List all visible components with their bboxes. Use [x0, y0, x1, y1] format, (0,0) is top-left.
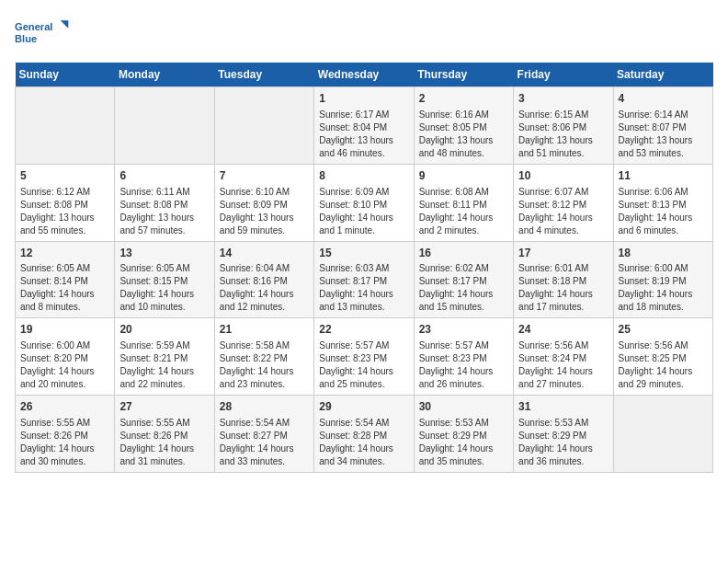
- header-cell-wednesday: Wednesday: [314, 63, 414, 87]
- svg-marker-2: [61, 20, 69, 29]
- header-cell-friday: Friday: [514, 63, 613, 87]
- day-info: Sunrise: 5:53 AM Sunset: 8:29 PM Dayligh…: [419, 417, 508, 468]
- day-info: Sunrise: 5:55 AM Sunset: 8:26 PM Dayligh…: [119, 417, 209, 468]
- day-number: 12: [20, 246, 109, 261]
- day-number: 2: [419, 91, 508, 107]
- day-info: Sunrise: 6:10 AM Sunset: 8:09 PM Dayligh…: [220, 186, 309, 237]
- day-info: Sunrise: 6:00 AM Sunset: 8:19 PM Dayligh…: [619, 262, 708, 314]
- day-info: Sunrise: 6:05 AM Sunset: 8:14 PM Dayligh…: [20, 262, 109, 314]
- day-info: Sunrise: 6:06 AM Sunset: 8:13 PM Dayligh…: [619, 186, 708, 237]
- day-info: Sunrise: 5:57 AM Sunset: 8:23 PM Dayligh…: [319, 339, 408, 391]
- day-info: Sunrise: 6:08 AM Sunset: 8:11 PM Dayligh…: [419, 186, 508, 237]
- header-cell-thursday: Thursday: [414, 63, 513, 87]
- calendar-cell: 1Sunrise: 6:17 AM Sunset: 8:04 PM Daylig…: [314, 87, 414, 165]
- calendar-cell: 19Sunrise: 6:00 AM Sunset: 8:20 PM Dayli…: [16, 318, 115, 396]
- calendar-cell: 2Sunrise: 6:16 AM Sunset: 8:05 PM Daylig…: [414, 87, 513, 165]
- calendar-cell: 23Sunrise: 5:57 AM Sunset: 8:23 PM Dayli…: [414, 318, 513, 396]
- calendar-cell: 9Sunrise: 6:08 AM Sunset: 8:11 PM Daylig…: [414, 164, 513, 241]
- calendar-cell: 30Sunrise: 5:53 AM Sunset: 8:29 PM Dayli…: [414, 396, 513, 473]
- calendar-week-4: 19Sunrise: 6:00 AM Sunset: 8:20 PM Dayli…: [16, 318, 713, 396]
- day-number: 7: [220, 168, 309, 184]
- day-number: 21: [220, 322, 309, 338]
- calendar-cell: 24Sunrise: 5:56 AM Sunset: 8:24 PM Dayli…: [514, 318, 613, 396]
- day-info: Sunrise: 6:15 AM Sunset: 8:06 PM Dayligh…: [518, 109, 608, 160]
- day-number: 19: [20, 322, 109, 338]
- logo: General Blue: [15, 15, 70, 52]
- day-info: Sunrise: 5:54 AM Sunset: 8:28 PM Dayligh…: [319, 417, 408, 468]
- day-info: Sunrise: 6:07 AM Sunset: 8:12 PM Dayligh…: [518, 186, 608, 237]
- calendar-week-2: 5Sunrise: 6:12 AM Sunset: 8:08 PM Daylig…: [16, 164, 713, 241]
- day-info: Sunrise: 6:02 AM Sunset: 8:17 PM Dayligh…: [419, 262, 508, 314]
- calendar-cell: 3Sunrise: 6:15 AM Sunset: 8:06 PM Daylig…: [514, 87, 613, 165]
- calendar-cell: 20Sunrise: 5:59 AM Sunset: 8:21 PM Dayli…: [115, 318, 214, 396]
- calendar-cell: 8Sunrise: 6:09 AM Sunset: 8:10 PM Daylig…: [314, 164, 414, 241]
- calendar-week-5: 26Sunrise: 5:55 AM Sunset: 8:26 PM Dayli…: [16, 396, 713, 473]
- day-info: Sunrise: 5:59 AM Sunset: 8:21 PM Dayligh…: [119, 339, 209, 391]
- day-number: 13: [119, 246, 209, 261]
- calendar-cell: [16, 87, 115, 165]
- calendar-cell: [613, 396, 712, 473]
- calendar-table: SundayMondayTuesdayWednesdayThursdayFrid…: [15, 63, 713, 473]
- day-info: Sunrise: 6:11 AM Sunset: 8:08 PM Dayligh…: [119, 186, 209, 237]
- day-number: 5: [20, 168, 109, 184]
- day-info: Sunrise: 6:01 AM Sunset: 8:18 PM Dayligh…: [518, 262, 608, 314]
- day-info: Sunrise: 6:14 AM Sunset: 8:07 PM Dayligh…: [619, 109, 708, 160]
- day-info: Sunrise: 5:55 AM Sunset: 8:26 PM Dayligh…: [20, 417, 109, 468]
- calendar-cell: 10Sunrise: 6:07 AM Sunset: 8:12 PM Dayli…: [514, 164, 613, 241]
- calendar-cell: 13Sunrise: 6:05 AM Sunset: 8:15 PM Dayli…: [115, 241, 214, 318]
- calendar-cell: [214, 87, 313, 165]
- logo-svg: General Blue: [15, 15, 70, 52]
- day-number: 20: [119, 322, 209, 338]
- header-cell-sunday: Sunday: [16, 63, 115, 87]
- calendar-cell: 12Sunrise: 6:05 AM Sunset: 8:14 PM Dayli…: [16, 241, 115, 318]
- day-info: Sunrise: 5:53 AM Sunset: 8:29 PM Dayligh…: [518, 417, 608, 468]
- calendar-body: 1Sunrise: 6:17 AM Sunset: 8:04 PM Daylig…: [16, 87, 713, 473]
- day-info: Sunrise: 6:12 AM Sunset: 8:08 PM Dayligh…: [20, 186, 109, 237]
- calendar-cell: 5Sunrise: 6:12 AM Sunset: 8:08 PM Daylig…: [16, 164, 115, 241]
- day-info: Sunrise: 6:17 AM Sunset: 8:04 PM Dayligh…: [319, 109, 408, 160]
- calendar-cell: 6Sunrise: 6:11 AM Sunset: 8:08 PM Daylig…: [115, 164, 214, 241]
- day-number: 30: [419, 399, 508, 415]
- day-number: 3: [518, 91, 608, 107]
- day-number: 4: [619, 91, 708, 107]
- day-number: 1: [319, 91, 408, 107]
- day-number: 17: [518, 246, 608, 261]
- day-number: 14: [220, 246, 309, 261]
- day-info: Sunrise: 6:16 AM Sunset: 8:05 PM Dayligh…: [419, 109, 508, 160]
- calendar-cell: 28Sunrise: 5:54 AM Sunset: 8:27 PM Dayli…: [214, 396, 313, 473]
- calendar-cell: 18Sunrise: 6:00 AM Sunset: 8:19 PM Dayli…: [613, 241, 712, 318]
- day-number: 8: [319, 168, 408, 184]
- calendar-cell: 11Sunrise: 6:06 AM Sunset: 8:13 PM Dayli…: [613, 164, 712, 241]
- calendar-cell: 26Sunrise: 5:55 AM Sunset: 8:26 PM Dayli…: [16, 396, 115, 473]
- header-cell-saturday: Saturday: [613, 63, 712, 87]
- calendar-cell: 31Sunrise: 5:53 AM Sunset: 8:29 PM Dayli…: [514, 396, 613, 473]
- day-info: Sunrise: 5:56 AM Sunset: 8:25 PM Dayligh…: [619, 339, 708, 391]
- svg-text:Blue: Blue: [15, 33, 37, 44]
- calendar-cell: 14Sunrise: 6:04 AM Sunset: 8:16 PM Dayli…: [214, 241, 313, 318]
- day-number: 9: [419, 168, 508, 184]
- day-number: 26: [20, 399, 109, 415]
- calendar-cell: [115, 87, 214, 165]
- svg-text:General: General: [15, 21, 52, 32]
- calendar-cell: 27Sunrise: 5:55 AM Sunset: 8:26 PM Dayli…: [115, 396, 214, 473]
- day-info: Sunrise: 6:04 AM Sunset: 8:16 PM Dayligh…: [220, 262, 309, 314]
- day-number: 25: [619, 322, 708, 338]
- calendar-cell: 22Sunrise: 5:57 AM Sunset: 8:23 PM Dayli…: [314, 318, 414, 396]
- day-number: 27: [119, 399, 209, 415]
- calendar-week-3: 12Sunrise: 6:05 AM Sunset: 8:14 PM Dayli…: [16, 241, 713, 318]
- day-number: 6: [119, 168, 209, 184]
- day-number: 29: [319, 399, 408, 415]
- calendar-cell: 29Sunrise: 5:54 AM Sunset: 8:28 PM Dayli…: [314, 396, 414, 473]
- day-info: Sunrise: 5:57 AM Sunset: 8:23 PM Dayligh…: [419, 339, 508, 391]
- day-number: 11: [619, 168, 708, 184]
- calendar-cell: 17Sunrise: 6:01 AM Sunset: 8:18 PM Dayli…: [514, 241, 613, 318]
- day-info: Sunrise: 6:09 AM Sunset: 8:10 PM Dayligh…: [319, 186, 408, 237]
- calendar-cell: 21Sunrise: 5:58 AM Sunset: 8:22 PM Dayli…: [214, 318, 313, 396]
- day-number: 16: [419, 246, 508, 261]
- day-info: Sunrise: 5:58 AM Sunset: 8:22 PM Dayligh…: [220, 339, 309, 391]
- header: General Blue: [15, 15, 713, 52]
- calendar-header-row: SundayMondayTuesdayWednesdayThursdayFrid…: [16, 63, 713, 87]
- day-number: 10: [518, 168, 608, 184]
- day-number: 24: [518, 322, 608, 338]
- calendar-week-1: 1Sunrise: 6:17 AM Sunset: 8:04 PM Daylig…: [16, 87, 713, 165]
